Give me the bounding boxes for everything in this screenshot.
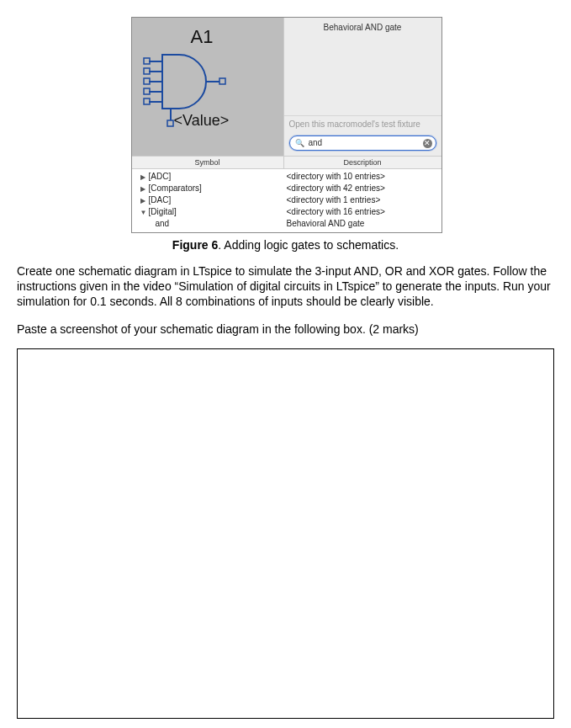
search-field[interactable]: 🔍 ✕ (289, 136, 436, 151)
component-tree: ▶[ADC] <directory with 10 entries> ▶[Com… (132, 169, 441, 232)
tree-row-adc[interactable]: ▶[ADC] <directory with 10 entries> (132, 171, 441, 183)
gate-value: <Value> (174, 112, 230, 130)
answer-box (17, 348, 554, 719)
table-header: Symbol Description (132, 156, 441, 169)
symbol-preview-pane: A1 (132, 18, 283, 156)
chevron-right-icon: ▶ (140, 195, 147, 206)
tree-row-dac[interactable]: ▶[DAC] <directory with 1 entries> (132, 194, 441, 206)
instruction-paragraph-2: Paste a screenshot of your schematic dia… (17, 321, 554, 337)
component-description: Behavioral AND gate (284, 18, 441, 35)
search-input[interactable] (307, 136, 423, 150)
ltspice-dialog: A1 (131, 17, 442, 233)
svg-rect-12 (219, 78, 225, 84)
search-icon: 🔍 (295, 139, 304, 147)
chevron-right-icon: ▶ (140, 183, 147, 194)
header-description: Description (284, 157, 441, 168)
svg-rect-13 (167, 120, 173, 126)
figure-caption: Figure 6. Adding logic gates to schemati… (17, 238, 554, 252)
tree-row-comparators[interactable]: ▶[Comparators] <directory with 42 entrie… (132, 183, 441, 194)
figure-container: A1 (131, 17, 441, 233)
svg-rect-7 (144, 58, 150, 64)
and-gate-symbol (137, 29, 278, 147)
info-pane: Behavioral AND gate Open this macromodel… (283, 18, 441, 156)
svg-rect-9 (144, 78, 150, 84)
svg-rect-10 (144, 88, 150, 94)
svg-rect-8 (144, 68, 150, 74)
chevron-right-icon: ▶ (140, 172, 147, 183)
instruction-paragraph-1: Create one schematic diagram in LTspice … (17, 263, 554, 310)
clear-search-icon[interactable]: ✕ (423, 139, 432, 148)
open-test-fixture-link[interactable]: Open this macromodel's test fixture (284, 115, 441, 132)
tree-row-digital[interactable]: ▼[Digital] <directory with 16 entries> (132, 206, 441, 218)
tree-row-and[interactable]: and Behavioral AND gate (132, 218, 441, 229)
svg-rect-11 (144, 98, 150, 104)
chevron-down-icon: ▼ (140, 207, 147, 218)
header-symbol: Symbol (132, 157, 284, 168)
